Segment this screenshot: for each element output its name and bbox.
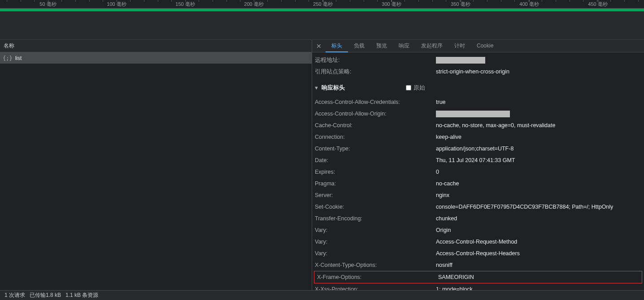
header-key: Transfer-Encoding:: [315, 214, 436, 223]
header-key: Vary:: [315, 226, 436, 234]
header-value: no-cache: [436, 180, 459, 188]
request-row[interactable]: {;} list: [0, 52, 312, 64]
ruler-mark: 300 毫秒: [392, 0, 411, 8]
status-resources: 1.1 kB 条资源: [65, 291, 98, 299]
header-key: Content-Type:: [315, 145, 436, 153]
ruler-mark: 50 毫秒: [48, 0, 65, 8]
header-key: Vary:: [315, 238, 436, 246]
header-key: Vary:: [315, 249, 436, 257]
header-value: SAMEORIGIN: [438, 273, 474, 281]
request-name: list: [15, 55, 22, 61]
ruler-mark: 400 毫秒: [529, 0, 548, 8]
header-key: X-Xss-Protection:: [315, 285, 436, 290]
header-value: keep-alive: [436, 133, 461, 141]
header-row: Content-Type:application/json;charset=UT…: [312, 143, 644, 154]
timeline-ruler[interactable]: 50 毫秒100 毫秒150 毫秒200 毫秒250 毫秒300 毫秒350 毫…: [0, 0, 644, 9]
tab-initiator[interactable]: 发起程序: [415, 40, 448, 52]
header-key: Cache-Control:: [315, 121, 436, 129]
header-row: Cache-Control:no-cache, no-store, max-ag…: [312, 120, 644, 131]
response-headers-section[interactable]: ▼ 响应标头 原始: [312, 82, 644, 94]
header-value: application/json;charset=UTF-8: [436, 145, 513, 153]
header-key: Server:: [315, 191, 436, 199]
ruler-mark: 200 毫秒: [254, 0, 273, 8]
header-value: Thu, 11 Jul 2024 07:41:33 GMT: [436, 156, 515, 164]
header-key: X-Content-Type-Options:: [315, 261, 436, 269]
raw-checkbox-input[interactable]: [406, 85, 411, 90]
header-key: Date:: [315, 156, 436, 164]
general-referrer-policy: 引用站点策略: strict-origin-when-cross-origin: [312, 66, 644, 77]
header-key: Expires:: [315, 168, 436, 176]
header-key: Access-Control-Allow-Credentials:: [315, 98, 436, 106]
close-icon[interactable]: ✕: [312, 40, 326, 52]
header-key: Set-Cookie:: [315, 203, 436, 211]
header-value: Access-Control-Request-Headers: [436, 249, 520, 257]
header-row: Vary:Access-Control-Request-Method: [312, 236, 644, 248]
header-value: Access-Control-Request-Method: [436, 238, 517, 246]
header-row: Vary:Origin: [312, 224, 644, 236]
header-row: Transfer-Encoding:chunked: [312, 213, 644, 224]
detail-body[interactable]: 远程地址: 引用站点策略: strict-origin-when-cross-o…: [312, 52, 644, 290]
detail-tabs: ✕ 标头 负载 预览 响应 发起程序 计时 Cookie: [312, 40, 644, 52]
status-transferred: 已传输1.8 kB: [30, 291, 61, 299]
request-list-header[interactable]: 名称: [0, 40, 312, 52]
header-value: [436, 110, 510, 118]
header-key: Access-Control-Allow-Origin:: [315, 110, 436, 118]
header-row: Pragma:no-cache: [312, 178, 644, 189]
header-key: X-Frame-Options:: [317, 273, 438, 281]
tab-preview[interactable]: 预览: [370, 40, 393, 52]
timeline-activity-bar: [0, 9, 644, 11]
header-row: Connection:keep-alive: [312, 131, 644, 143]
chevron-down-icon: ▼: [314, 85, 319, 90]
header-row: X-Xss-Protection:1; mode=block: [312, 283, 644, 290]
header-row: Vary:Access-Control-Request-Headers: [312, 248, 644, 259]
header-value: Origin: [436, 226, 451, 234]
header-value: nosniff: [436, 261, 453, 269]
raw-checkbox[interactable]: 原始: [406, 84, 425, 92]
timeline-overview[interactable]: [0, 9, 644, 40]
general-remote-addr: 远程地址:: [312, 54, 644, 66]
header-row: Access-Control-Allow-Origin:: [312, 108, 644, 120]
json-icon: {;}: [3, 55, 13, 61]
header-row: Expires:0: [312, 166, 644, 178]
ruler-mark: 150 毫秒: [185, 0, 205, 8]
header-value: chunked: [436, 214, 457, 223]
header-value: no-cache, no-store, max-age=0, must-reva…: [436, 121, 555, 129]
header-key: Pragma:: [315, 180, 436, 188]
column-header-name: 名称: [4, 42, 14, 50]
highlighted-header: X-Frame-Options:SAMEORIGIN: [314, 271, 642, 283]
redacted-value: [436, 57, 485, 64]
ruler-mark: 100 毫秒: [117, 0, 136, 8]
header-value: 1; mode=block: [436, 285, 473, 290]
header-value: true: [436, 98, 446, 106]
header-value: 0: [436, 168, 439, 176]
request-list-pane: 名称 {;} list: [0, 40, 312, 290]
header-value: nginx: [436, 191, 449, 199]
header-key: Connection:: [315, 133, 436, 141]
header-row: X-Frame-Options:SAMEORIGIN: [314, 271, 642, 283]
ruler-mark: 450 毫秒: [598, 0, 617, 8]
status-requests: 1 次请求: [4, 291, 25, 299]
ruler-mark: 250 毫秒: [323, 0, 342, 8]
tab-payload[interactable]: 负载: [348, 40, 370, 52]
header-row: Access-Control-Allow-Credentials:true: [312, 96, 644, 108]
header-row: X-Content-Type-Options:nosniff: [312, 259, 644, 271]
tab-timing[interactable]: 计时: [448, 40, 471, 52]
tab-cookies[interactable]: Cookie: [471, 40, 499, 52]
status-bar: 1 次请求 已传输1.8 kB 1.1 kB 条资源: [0, 290, 644, 300]
header-row: Date:Thu, 11 Jul 2024 07:41:33 GMT: [312, 154, 644, 166]
tab-response[interactable]: 响应: [393, 40, 415, 52]
header-row: Set-Cookie:console=DAFF6DF0E7F07957D4CDC…: [312, 201, 644, 213]
header-value: console=DAFF6DF0E7F07957D4CDC93F7BCB7884…: [436, 203, 613, 211]
ruler-mark: 350 毫秒: [461, 0, 480, 8]
header-row: Server:nginx: [312, 189, 644, 201]
redacted-value: [436, 111, 510, 117]
tab-headers[interactable]: 标头: [326, 40, 348, 52]
detail-pane: ✕ 标头 负载 预览 响应 发起程序 计时 Cookie 远程地址: 引用站点策…: [312, 40, 644, 290]
